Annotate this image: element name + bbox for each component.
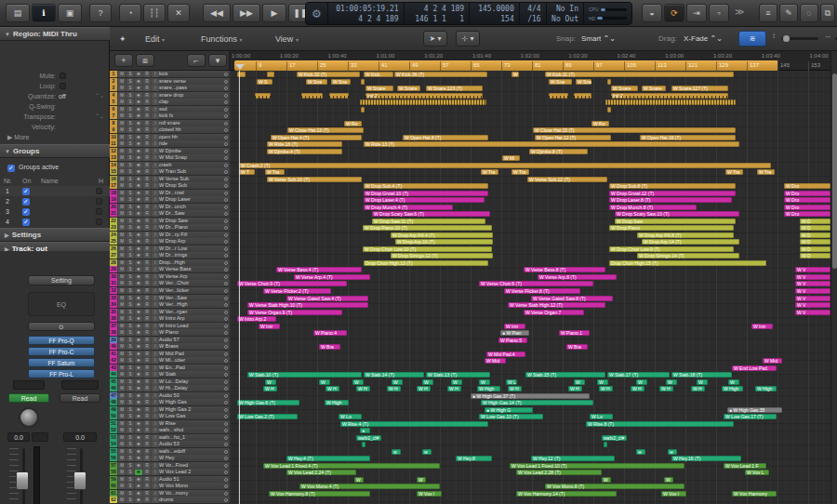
region-clip[interactable]: W Lo — [590, 414, 613, 420]
region-clip[interactable]: W Drop Sub.4 (T) — [364, 183, 488, 190]
freeze-button[interactable]: ❋ — [135, 253, 142, 259]
track-header-row[interactable]: 32MS❋RIW Ver...licker — [110, 287, 230, 295]
region-clip[interactable] — [607, 107, 611, 113]
region-clip[interactable]: W Drop Piano.10 (T) — [363, 225, 492, 232]
freeze-button[interactable]: ❋ — [135, 442, 142, 448]
region-clip[interactable] — [360, 99, 486, 106]
region-clip[interactable]: W Verse Sub.10 (T) — [267, 177, 362, 183]
track-on-off-icon[interactable] — [224, 401, 228, 405]
region-clip[interactable]: W — [479, 379, 490, 386]
region-clip[interactable]: W V — [795, 274, 830, 281]
region-clip[interactable]: W Vox Mono.4 (T) — [299, 484, 440, 490]
track-name[interactable]: W Vox Lead 2 — [159, 469, 220, 476]
record-enable-button[interactable]: R — [143, 183, 151, 190]
record-enable-button[interactable]: R — [143, 211, 151, 218]
solo-button[interactable]: S — [126, 330, 134, 337]
solo-mode-button[interactable]: ◒ — [642, 4, 662, 22]
region-clip[interactable]: W Drop Choir Low.9 (T) — [609, 246, 734, 253]
mute-button[interactable]: M — [118, 183, 126, 190]
add-track-button[interactable]: + — [114, 54, 133, 67]
freeze-button[interactable]: ❋ — [135, 211, 142, 218]
solo-button[interactable]: S — [126, 358, 134, 365]
track-header-row[interactable]: 1MS❋RIkick — [110, 71, 230, 78]
pointer-tool[interactable]: ➤ ▾ — [423, 31, 447, 46]
input-monitor-button[interactable]: I — [152, 197, 159, 204]
freeze-button[interactable]: ❋ — [135, 141, 142, 148]
region-clip[interactable]: W Kick.32 (T) — [297, 72, 360, 78]
region-clip[interactable]: W Vox Mono.8 (T) — [545, 484, 684, 490]
region-clip[interactable]: W High — [477, 386, 500, 392]
solo-button[interactable]: S — [126, 86, 134, 92]
region-clip[interactable]: W Verse Gated Saw.4 (T) — [286, 296, 368, 302]
tuner-icon[interactable]: ┆┆ — [143, 4, 166, 22]
record-enable-button[interactable]: R — [143, 470, 151, 476]
track-name[interactable]: W Tran Sub — [159, 168, 220, 176]
input-monitor-button[interactable]: I — [152, 127, 159, 134]
playhead-marker-icon[interactable] — [235, 64, 245, 70]
menu-edit[interactable]: Edit ▾ — [140, 32, 170, 46]
input-monitor-button[interactable]: I — [152, 400, 159, 406]
region-clip[interactable]: W Verse Sub.12 (T) — [527, 177, 607, 183]
region-clip[interactable] — [607, 79, 611, 86]
record-enable-button[interactable]: R — [143, 288, 151, 295]
mute-button[interactable]: M — [118, 155, 126, 162]
scrollbar-thumb[interactable] — [832, 73, 837, 269]
track-name[interactable]: W Drop Sub — [159, 182, 220, 190]
track-on-off-icon[interactable] — [224, 226, 228, 230]
freeze-button[interactable]: ❋ — [135, 344, 142, 351]
track-on-off-icon[interactable] — [224, 436, 228, 440]
region-clip[interactable]: ● W High G — [485, 407, 533, 414]
track-header-row[interactable]: 23MS❋RIW Dr...Piano — [110, 224, 230, 232]
region-clip[interactable] — [267, 72, 274, 78]
track-on-off-icon[interactable] — [224, 100, 228, 104]
solo-button[interactable]: S — [126, 386, 134, 392]
track-header-row[interactable]: 19MS❋RIW Drop Laser — [110, 196, 230, 204]
freeze-button[interactable]: ❋ — [135, 484, 142, 490]
track-header-row[interactable]: 48MS❋RIW High Gas — [110, 399, 230, 406]
freeze-button[interactable]: ❋ — [135, 86, 142, 92]
region-clip[interactable]: W Vox Lead 1 F — [724, 463, 766, 470]
track-on-off-icon[interactable] — [224, 471, 228, 474]
mute-button[interactable]: M — [118, 288, 126, 295]
region-clip[interactable]: W V — [795, 288, 830, 295]
freeze-button[interactable]: ❋ — [135, 239, 142, 245]
region-clip[interactable]: W Rise.4 (T) — [340, 421, 488, 428]
mute-button[interactable]: M — [118, 414, 126, 420]
freeze-button[interactable]: ❋ — [135, 197, 142, 204]
mute-button[interactable]: M — [118, 358, 126, 365]
input-monitor-button[interactable]: I — [152, 239, 159, 245]
region-clip[interactable]: W Lo — [339, 414, 362, 420]
freeze-button[interactable]: ❋ — [135, 302, 142, 309]
region-clip[interactable]: W Intr — [504, 324, 525, 330]
track-on-off-icon[interactable] — [224, 94, 228, 98]
vertical-scrollbar[interactable] — [830, 51, 837, 504]
region-clip[interactable]: W Vox L — [745, 470, 769, 476]
track-name[interactable]: W Dr...Piano — [159, 224, 220, 232]
solo-button[interactable]: S — [126, 442, 134, 448]
region-clip[interactable]: W T — [239, 169, 255, 176]
region-clip[interactable]: W — [666, 379, 677, 386]
region-clip[interactable]: W Vox Lead 2.24 (T) — [286, 470, 356, 476]
track-on-off-icon[interactable] — [224, 429, 228, 432]
mute-button[interactable]: M — [118, 344, 126, 351]
send-slot[interactable] — [13, 380, 45, 390]
track-name[interactable]: W Verse Bass — [159, 266, 220, 273]
loop-browser-button[interactable]: ◌ — [800, 4, 818, 22]
region-clip[interactable]: W Sna — [306, 79, 327, 86]
track-on-off-icon[interactable] — [224, 498, 228, 502]
fader-cap-right[interactable] — [73, 471, 86, 490]
eq-thumbnail[interactable]: EQ — [28, 292, 95, 316]
region-clip[interactable]: W Verse Bass.8 (T) — [524, 267, 605, 273]
region-clip[interactable]: Drop Choir High.13 (T) — [364, 260, 488, 267]
track-header-row[interactable]: 50MS❋RIW Low Gas — [110, 413, 230, 420]
region-clip[interactable]: W H — [568, 386, 582, 392]
input-monitor-button[interactable]: I — [152, 386, 159, 392]
master-icon[interactable]: ✕ — [167, 4, 190, 22]
track-on-off-icon[interactable] — [224, 240, 228, 244]
region-clip[interactable]: W — [664, 477, 673, 484]
region-clip[interactable]: W H — [691, 386, 705, 392]
freeze-button[interactable]: ❋ — [135, 414, 142, 420]
freeze-button[interactable]: ❋ — [135, 72, 142, 78]
solo-button[interactable]: S — [126, 288, 134, 295]
region-clip[interactable] — [605, 99, 736, 106]
